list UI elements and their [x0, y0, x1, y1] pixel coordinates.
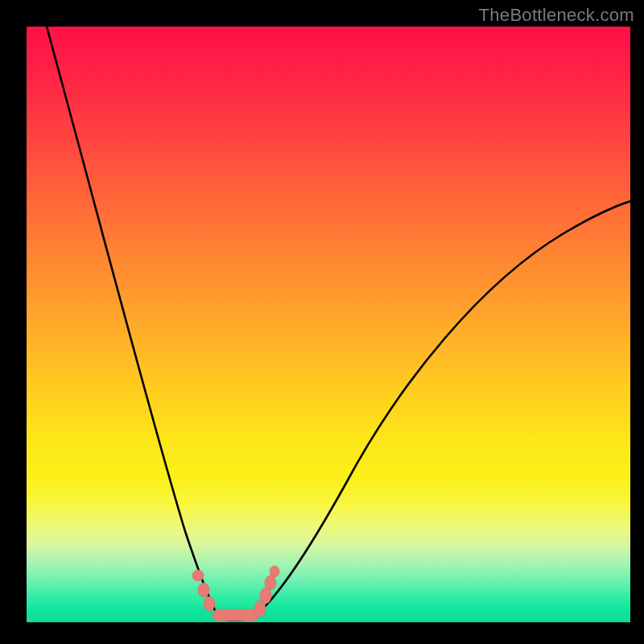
- valley-markers: [192, 566, 279, 621]
- svg-point-1: [198, 583, 209, 597]
- svg-rect-3: [213, 609, 259, 621]
- bottleneck-curve-left: [47, 27, 219, 618]
- svg-point-6: [265, 576, 276, 590]
- svg-point-0: [192, 570, 204, 581]
- chart-svg: [0, 0, 644, 644]
- bottleneck-curve-right: [251, 201, 630, 618]
- svg-point-2: [204, 597, 215, 611]
- svg-point-7: [270, 566, 279, 577]
- chart-frame: TheBottleneck.com: [0, 0, 644, 644]
